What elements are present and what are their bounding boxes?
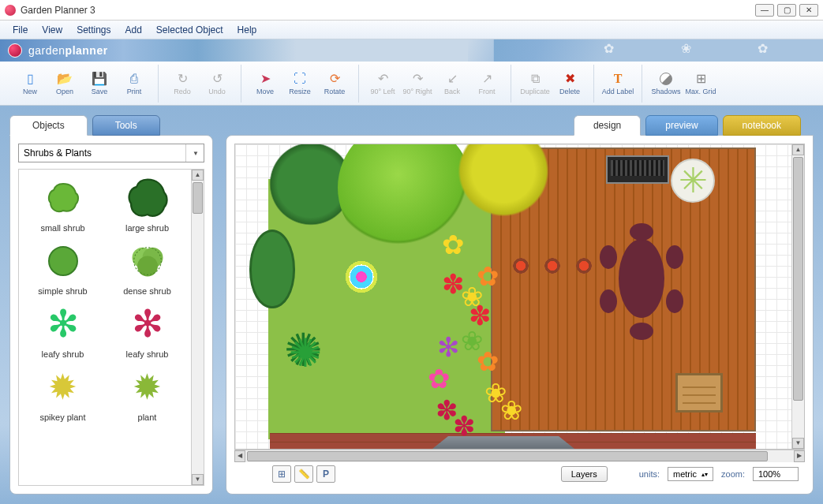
canvas-v-scrollbar[interactable]: ▲ ▼ xyxy=(791,144,804,449)
flower-object[interactable]: ✽ xyxy=(448,413,480,444)
open-button[interactable]: 📂Open xyxy=(47,66,82,101)
palette-item-simple-shrub[interactable]: simple shrub xyxy=(22,239,103,296)
add-label-button[interactable]: TAdd Label xyxy=(600,66,635,101)
scroll-thumb[interactable] xyxy=(793,157,803,401)
succulent-pot-object[interactable] xyxy=(671,159,715,203)
palette-item-spikey-plant[interactable]: ✹ spikey plant xyxy=(22,365,103,422)
menu-help[interactable]: Help xyxy=(231,22,264,38)
chair-object[interactable] xyxy=(666,245,683,269)
canvas-h-scrollbar[interactable]: ◀ ▶ xyxy=(234,450,805,462)
palette-item-dense-shrub[interactable]: dense shrub xyxy=(107,239,188,296)
chair-object[interactable] xyxy=(630,223,653,241)
resize-button[interactable]: ⛶Resize xyxy=(282,66,317,101)
tree-yellow-object[interactable] xyxy=(448,144,559,226)
flower-object[interactable]: ✿ xyxy=(437,231,469,263)
layers-button[interactable]: Layers xyxy=(561,466,608,482)
properties-button[interactable]: P xyxy=(316,465,335,483)
menu-add[interactable]: Add xyxy=(119,22,148,38)
flower-object[interactable]: ❀ xyxy=(456,327,488,359)
scroll-up-icon[interactable]: ▲ xyxy=(792,144,804,155)
redo-button[interactable]: ↻Redo xyxy=(165,66,200,101)
fountain-object[interactable] xyxy=(322,245,401,308)
flower-object[interactable]: ✿ xyxy=(423,365,455,397)
undo-button[interactable]: ↺Undo xyxy=(200,66,234,101)
window-controls: — ▢ ✕ xyxy=(755,4,818,17)
rotate-button[interactable]: ⟳Rotate xyxy=(317,66,352,101)
menu-file[interactable]: File xyxy=(6,22,34,38)
text-icon: T xyxy=(610,72,626,86)
chair-object[interactable] xyxy=(630,323,653,340)
new-button[interactable]: ▯New xyxy=(13,66,47,101)
status-bar: ⊞ 📏 P Layers units: metric▴▾ zoom: 100% xyxy=(234,462,805,486)
scroll-thumb[interactable] xyxy=(247,451,768,461)
tab-tools[interactable]: Tools xyxy=(92,115,160,136)
scroll-thumb[interactable] xyxy=(193,182,203,214)
bench-object[interactable] xyxy=(675,373,723,413)
tab-preview[interactable]: preview xyxy=(645,115,717,136)
design-canvas[interactable]: ✿ ✽ ❀ ✿ ✽ ✻ ✿ ✽ ✽ ❀ ❀ ✿ ❀ xyxy=(235,144,791,449)
object-palette: small shrub large shrub simple shrub den… xyxy=(19,170,191,485)
flower-object[interactable]: ✿ xyxy=(472,263,503,294)
delete-button[interactable]: ✖Delete xyxy=(552,66,587,101)
resize-icon: ⛶ xyxy=(292,72,308,86)
scroll-up-icon[interactable]: ▲ xyxy=(192,170,204,181)
scroll-right-icon[interactable]: ▶ xyxy=(794,450,805,462)
menu-bar: File View Settings Add Selected Object H… xyxy=(0,21,823,39)
palette-item-plant[interactable]: ✹ plant xyxy=(107,365,188,422)
send-back-button[interactable]: ↙Back xyxy=(435,66,469,101)
rotate-right-button[interactable]: ↷90° Right xyxy=(400,66,435,101)
close-button[interactable]: ✕ xyxy=(799,4,818,17)
duplicate-button[interactable]: ⧉Duplicate xyxy=(518,66,552,101)
leafy-shrub-green-icon: ✻ xyxy=(41,302,85,346)
menu-settings[interactable]: Settings xyxy=(70,22,117,38)
chair-object[interactable] xyxy=(666,289,683,313)
menu-selected-object[interactable]: Selected Object xyxy=(150,22,230,38)
fern-object[interactable] xyxy=(281,330,336,378)
palette-container: small shrub large shrub simple shrub den… xyxy=(18,169,204,486)
title-bar: Garden Planner 3 — ▢ ✕ xyxy=(0,0,823,21)
palette-scrollbar[interactable]: ▲ ▼ xyxy=(191,170,204,485)
palette-item-small-shrub[interactable]: small shrub xyxy=(22,176,103,233)
maximize-button[interactable]: ▢ xyxy=(777,4,796,17)
planter-object[interactable] xyxy=(573,255,595,277)
hedge-object[interactable] xyxy=(249,230,295,308)
rotate-left-button[interactable]: ↶90° Left xyxy=(365,66,400,101)
zoom-select[interactable]: 100% xyxy=(753,467,799,481)
table-object[interactable] xyxy=(619,239,664,318)
scroll-left-icon[interactable]: ◀ xyxy=(234,450,245,462)
scroll-down-icon[interactable]: ▼ xyxy=(192,474,204,485)
print-button[interactable]: ⎙Print xyxy=(117,66,152,101)
palette-item-leafy-shrub-red[interactable]: ✻ leafy shrub xyxy=(107,302,188,359)
canvas-panel: design preview notebook ✿ xyxy=(226,115,814,495)
planter-object[interactable] xyxy=(541,255,563,277)
tab-notebook[interactable]: notebook xyxy=(723,115,801,136)
category-dropdown[interactable]: Shrubs & Plants xyxy=(18,144,204,162)
tab-design[interactable]: design xyxy=(574,115,641,136)
ruler-toggle-button[interactable]: 📏 xyxy=(294,465,313,483)
brand-text: gardenplanner xyxy=(28,44,108,57)
rotate-right-icon: ↷ xyxy=(410,72,425,86)
save-button[interactable]: 💾Save xyxy=(82,66,117,101)
units-select[interactable]: metric▴▾ xyxy=(668,467,713,481)
chair-object[interactable] xyxy=(600,245,617,269)
scroll-down-icon[interactable]: ▼ xyxy=(792,438,804,449)
category-value: Shrubs & Plants xyxy=(24,147,92,159)
grid-toggle-button[interactable]: ⊞ xyxy=(272,465,291,483)
shadows-button[interactable]: Shadows xyxy=(649,66,683,101)
move-button[interactable]: ➤Move xyxy=(248,66,282,101)
palette-label: simple shrub xyxy=(38,286,87,296)
undo-icon: ↺ xyxy=(209,72,225,86)
palette-item-large-shrub[interactable]: large shrub xyxy=(107,176,188,233)
plant-icon: ✹ xyxy=(125,365,170,409)
minimize-button[interactable]: — xyxy=(755,4,774,17)
tab-objects[interactable]: Objects xyxy=(9,115,88,136)
maxgrid-button[interactable]: ⊞Max. Grid xyxy=(683,66,718,101)
rotate-icon: ⟳ xyxy=(327,72,342,86)
chair-object[interactable] xyxy=(600,289,617,313)
bring-front-button[interactable]: ↗Front xyxy=(469,66,504,101)
palette-item-leafy-shrub-green[interactable]: ✻ leafy shrub xyxy=(22,302,103,359)
menu-view[interactable]: View xyxy=(36,22,69,38)
bbq-object[interactable] xyxy=(606,155,669,184)
planter-object[interactable] xyxy=(510,255,532,277)
flower-object[interactable]: ❀ xyxy=(496,397,527,428)
